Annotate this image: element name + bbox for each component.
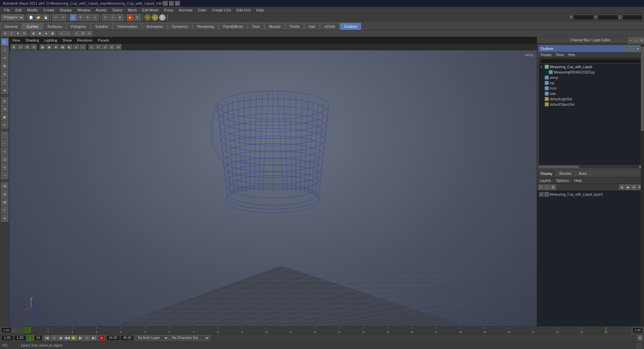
vp-btn-2[interactable]: ⊡	[17, 44, 23, 50]
tab-ncloth[interactable]: nCloth	[320, 23, 339, 30]
tool-attr[interactable]: ≡	[1, 121, 8, 129]
tab-animation[interactable]: Animation	[142, 23, 167, 30]
menu-color[interactable]: Color	[195, 7, 209, 13]
viewport-canvas[interactable]: Y Z X persp	[9, 50, 537, 326]
menu-edit-mesh[interactable]: Edit Mesh	[140, 7, 161, 13]
vp-btn-3[interactable]: ⊞	[24, 44, 30, 50]
snap-grid-btn[interactable]: #	[102, 14, 109, 21]
layer-item-1[interactable]: V Measuring_Cup_with_Liquid_layer1	[538, 191, 643, 197]
outliner-close-btn[interactable]: ✕	[636, 46, 640, 51]
menu-normals[interactable]: Normals	[176, 7, 195, 13]
tool-sine[interactable]: ∿	[1, 148, 8, 155]
tab-dynamics[interactable]: Dynamics	[168, 23, 193, 30]
snap-point-btn[interactable]: ⊕	[117, 14, 123, 21]
vp-btn-shaded2[interactable]: ■	[53, 44, 59, 50]
tool-rotate[interactable]: ↻	[1, 70, 8, 78]
rotate-btn[interactable]: ↻	[85, 14, 91, 21]
vp-btn-1[interactable]: ⊠	[11, 44, 17, 50]
menu-select[interactable]: Select	[109, 7, 125, 13]
tool-squash[interactable]: ⊡	[1, 156, 8, 163]
tab-general[interactable]: General	[0, 23, 22, 30]
vp-menu-show[interactable]: Show	[63, 38, 72, 42]
y-field[interactable]	[598, 15, 618, 20]
anim-end-field[interactable]	[106, 335, 120, 341]
vp-btn-shaded[interactable]: ▣	[46, 44, 52, 50]
outliner-search[interactable]	[540, 59, 641, 63]
next-frame-btn[interactable]: ▶	[77, 335, 84, 341]
tab-surfaces[interactable]: Surfaces	[43, 23, 66, 30]
range-end-marker[interactable]	[605, 327, 607, 333]
tab-rendering[interactable]: Rendering	[193, 23, 219, 30]
prev-key-btn[interactable]: ◁	[51, 335, 57, 341]
tool-sculpt[interactable]: ⊘	[1, 105, 8, 112]
light3-btn[interactable]: ●	[159, 14, 166, 21]
tool-bend[interactable]: ⌒	[1, 132, 8, 139]
outliner-item-front[interactable]: C front	[539, 86, 642, 91]
undo-btn[interactable]: ↩	[52, 14, 59, 21]
tool-scale[interactable]: ⤢	[1, 79, 8, 86]
tab-toon[interactable]: Toon	[248, 23, 264, 30]
tool-soft-mod[interactable]: ◎	[1, 97, 8, 104]
maximize-button[interactable]: □	[169, 1, 174, 6]
light2-btn[interactable]: ●	[152, 14, 158, 21]
vp-btn-wire[interactable]: ▦	[40, 44, 46, 50]
vp-menu-panels[interactable]: Panels	[98, 38, 109, 42]
tool-wrap[interactable]: ⊠	[1, 198, 8, 206]
range-end-field[interactable]	[34, 335, 42, 341]
menu-mesh[interactable]: Mesh	[125, 7, 140, 13]
save-btn[interactable]: 💾	[42, 14, 49, 21]
anim-end2-field[interactable]	[120, 335, 134, 341]
open-btn[interactable]: 📂	[35, 14, 42, 21]
tool-show-hide[interactable]: ◉	[1, 113, 8, 120]
minimize-button[interactable]: ─	[163, 1, 168, 6]
outliner-item-top[interactable]: C top	[539, 80, 642, 86]
layer-btn-5[interactable]: ◉	[625, 185, 631, 190]
tool-wire[interactable]: ⌇	[1, 206, 8, 214]
redo-btn[interactable]: ↪	[60, 14, 66, 21]
timeline-end-field[interactable]	[633, 328, 643, 333]
tool-wave[interactable]: 〰	[1, 172, 8, 179]
tab-subdivs[interactable]: Subdivs	[91, 23, 113, 30]
menu-create-uvs[interactable]: Create UVs	[209, 7, 234, 13]
light1-btn[interactable]: ●	[144, 14, 151, 21]
tool-move[interactable]: ✛	[1, 62, 8, 70]
vp-btn-hud[interactable]: H	[95, 44, 101, 50]
menu-edit-uvs[interactable]: Edit UVs	[234, 7, 254, 13]
tool-twist[interactable]: ↯	[1, 164, 8, 171]
menu-edit[interactable]: Edit	[13, 7, 24, 13]
menu-assets[interactable]: Assets	[93, 7, 109, 13]
tool-select[interactable]: ↖	[1, 38, 8, 46]
icon-render-region[interactable]: ⊞	[80, 31, 86, 36]
icon-wireframe[interactable]: ▦	[31, 31, 37, 36]
outliner-menu-help[interactable]: Help	[568, 53, 575, 57]
close-button[interactable]: ✕	[175, 1, 180, 6]
menu-window[interactable]: Window	[74, 7, 93, 13]
vp-btn-tex[interactable]: ▩	[60, 44, 66, 50]
snap-curve-btn[interactable]: ⌇	[109, 14, 116, 21]
vp-btn-cam[interactable]: ⊙	[102, 44, 108, 50]
tool-flare[interactable]: ⌣	[1, 140, 8, 147]
lower-sub-help[interactable]: Help	[572, 178, 585, 183]
outliner-menu-show[interactable]: Show	[556, 53, 564, 57]
layer-options-btn[interactable]: ⚙	[550, 185, 556, 190]
scale-btn[interactable]: ⤢	[92, 14, 99, 21]
icon-textured[interactable]: ▩	[50, 31, 56, 36]
tab-fluids[interactable]: Fluids	[285, 23, 304, 30]
outliner-item-side[interactable]: C side	[539, 91, 642, 96]
tool-lasso[interactable]: ⊹	[1, 46, 8, 54]
vp-menu-renderer[interactable]: Renderer	[77, 38, 93, 42]
lower-sub-layers[interactable]: Layers	[537, 178, 553, 183]
x-field[interactable]	[574, 15, 594, 20]
auto-key-btn[interactable]: ●	[99, 335, 105, 341]
tab-hair[interactable]: Hair	[304, 23, 320, 30]
vp-btn-shd3[interactable]: ◧	[66, 44, 72, 50]
tab-curves[interactable]: Curves	[22, 23, 43, 30]
menu-help[interactable]: Help	[254, 7, 267, 13]
outliner-item-persp[interactable]: C persp	[539, 75, 642, 80]
menu-display[interactable]: Display	[57, 7, 74, 13]
outliner-item-group[interactable]: ▼ G Measuring_Cup_with_Liquid	[539, 64, 642, 69]
tab-painteffects[interactable]: PaintEffects	[219, 23, 248, 30]
right-vscroll-thumb[interactable]	[641, 47, 644, 131]
icon-select-comp[interactable]: ⊟	[21, 31, 27, 36]
layer-visibility[interactable]: V	[539, 192, 544, 197]
